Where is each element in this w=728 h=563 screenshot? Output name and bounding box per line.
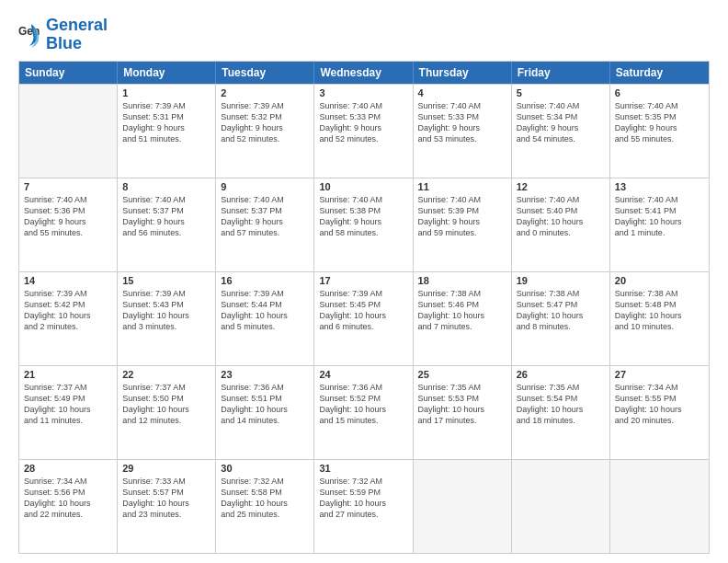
calendar-cell: 28Sunrise: 7:34 AM Sunset: 5:56 PM Dayli… [19, 460, 118, 553]
calendar-cell: 2Sunrise: 7:39 AM Sunset: 5:32 PM Daylig… [216, 85, 314, 178]
day-info: Sunrise: 7:39 AM Sunset: 5:45 PM Dayligh… [319, 288, 407, 333]
day-info: Sunrise: 7:40 AM Sunset: 5:35 PM Dayligh… [615, 100, 704, 145]
day-number: 9 [221, 181, 309, 192]
day-info: Sunrise: 7:35 AM Sunset: 5:54 PM Dayligh… [517, 382, 605, 427]
calendar-cell: 9Sunrise: 7:40 AM Sunset: 5:37 PM Daylig… [216, 178, 314, 271]
calendar-cell: 20Sunrise: 7:38 AM Sunset: 5:48 PM Dayli… [610, 272, 709, 365]
calendar-row: 14Sunrise: 7:39 AM Sunset: 5:42 PM Dayli… [19, 271, 709, 365]
day-info: Sunrise: 7:33 AM Sunset: 5:57 PM Dayligh… [122, 476, 210, 521]
day-number: 27 [615, 369, 704, 380]
day-info: Sunrise: 7:38 AM Sunset: 5:48 PM Dayligh… [615, 288, 704, 333]
day-info: Sunrise: 7:34 AM Sunset: 5:55 PM Dayligh… [615, 382, 704, 427]
day-number: 23 [221, 369, 309, 380]
weekday-header: Friday [512, 62, 610, 84]
calendar-cell: 12Sunrise: 7:40 AM Sunset: 5:40 PM Dayli… [512, 178, 610, 271]
calendar-cell: 31Sunrise: 7:32 AM Sunset: 5:59 PM Dayli… [314, 460, 413, 553]
day-number: 11 [418, 181, 506, 192]
day-number: 29 [122, 463, 210, 474]
calendar-row: 7Sunrise: 7:40 AM Sunset: 5:36 PM Daylig… [19, 178, 709, 271]
day-info: Sunrise: 7:40 AM Sunset: 5:40 PM Dayligh… [517, 194, 605, 239]
calendar-cell: 14Sunrise: 7:39 AM Sunset: 5:42 PM Dayli… [19, 272, 118, 365]
day-number: 6 [615, 87, 704, 98]
calendar-cell: 11Sunrise: 7:40 AM Sunset: 5:39 PM Dayli… [414, 178, 512, 271]
weekday-header: Monday [118, 62, 216, 84]
day-info: Sunrise: 7:37 AM Sunset: 5:50 PM Dayligh… [122, 382, 210, 427]
calendar-cell: 8Sunrise: 7:40 AM Sunset: 5:37 PM Daylig… [118, 178, 216, 271]
day-number: 25 [418, 369, 506, 380]
day-info: Sunrise: 7:40 AM Sunset: 5:33 PM Dayligh… [319, 100, 407, 145]
weekday-header: Thursday [414, 62, 512, 84]
weekday-header: Sunday [19, 62, 118, 84]
day-number: 7 [24, 181, 112, 192]
calendar-cell: 27Sunrise: 7:34 AM Sunset: 5:55 PM Dayli… [610, 366, 709, 459]
calendar-row: 28Sunrise: 7:34 AM Sunset: 5:56 PM Dayli… [19, 459, 709, 553]
calendar-cell [19, 85, 118, 178]
day-number: 20 [615, 275, 704, 286]
calendar-cell: 22Sunrise: 7:37 AM Sunset: 5:50 PM Dayli… [118, 366, 216, 459]
calendar: SundayMondayTuesdayWednesdayThursdayFrid… [18, 61, 710, 554]
calendar-cell: 25Sunrise: 7:35 AM Sunset: 5:53 PM Dayli… [414, 366, 512, 459]
calendar-row: 1Sunrise: 7:39 AM Sunset: 5:31 PM Daylig… [19, 84, 709, 178]
day-number: 10 [319, 181, 407, 192]
day-number: 19 [517, 275, 605, 286]
calendar-body: 1Sunrise: 7:39 AM Sunset: 5:31 PM Daylig… [19, 84, 709, 553]
day-info: Sunrise: 7:40 AM Sunset: 5:37 PM Dayligh… [221, 194, 309, 239]
calendar-cell: 4Sunrise: 7:40 AM Sunset: 5:33 PM Daylig… [414, 85, 512, 178]
calendar-cell [610, 460, 709, 553]
calendar-cell: 13Sunrise: 7:40 AM Sunset: 5:41 PM Dayli… [610, 178, 709, 271]
calendar-cell: 19Sunrise: 7:38 AM Sunset: 5:47 PM Dayli… [512, 272, 610, 365]
calendar-row: 21Sunrise: 7:37 AM Sunset: 5:49 PM Dayli… [19, 365, 709, 459]
day-info: Sunrise: 7:32 AM Sunset: 5:58 PM Dayligh… [221, 476, 309, 521]
day-info: Sunrise: 7:39 AM Sunset: 5:43 PM Dayligh… [122, 288, 210, 333]
weekday-header: Saturday [610, 62, 709, 84]
day-number: 14 [24, 275, 112, 286]
day-number: 4 [418, 87, 506, 98]
day-number: 16 [221, 275, 309, 286]
day-number: 3 [319, 87, 407, 98]
day-info: Sunrise: 7:40 AM Sunset: 5:38 PM Dayligh… [319, 194, 407, 239]
day-info: Sunrise: 7:36 AM Sunset: 5:51 PM Dayligh… [221, 382, 309, 427]
calendar-cell: 26Sunrise: 7:35 AM Sunset: 5:54 PM Dayli… [512, 366, 610, 459]
calendar-cell: 5Sunrise: 7:40 AM Sunset: 5:34 PM Daylig… [512, 85, 610, 178]
day-info: Sunrise: 7:35 AM Sunset: 5:53 PM Dayligh… [418, 382, 506, 427]
calendar-cell: 24Sunrise: 7:36 AM Sunset: 5:52 PM Dayli… [314, 366, 413, 459]
day-number: 17 [319, 275, 407, 286]
logo-icon: Gen [18, 22, 44, 48]
day-number: 26 [517, 369, 605, 380]
day-number: 21 [24, 369, 112, 380]
day-number: 30 [221, 463, 309, 474]
calendar-cell: 3Sunrise: 7:40 AM Sunset: 5:33 PM Daylig… [314, 85, 413, 178]
day-number: 1 [122, 87, 210, 98]
calendar-cell: 15Sunrise: 7:39 AM Sunset: 5:43 PM Dayli… [118, 272, 216, 365]
calendar-cell: 6Sunrise: 7:40 AM Sunset: 5:35 PM Daylig… [610, 85, 709, 178]
day-info: Sunrise: 7:40 AM Sunset: 5:33 PM Dayligh… [418, 100, 506, 145]
calendar-cell: 21Sunrise: 7:37 AM Sunset: 5:49 PM Dayli… [19, 366, 118, 459]
calendar-cell [414, 460, 512, 553]
day-number: 31 [319, 463, 407, 474]
day-number: 15 [122, 275, 210, 286]
day-info: Sunrise: 7:39 AM Sunset: 5:31 PM Dayligh… [122, 100, 210, 145]
logo: Gen GeneralBlue [18, 17, 108, 53]
calendar-cell: 23Sunrise: 7:36 AM Sunset: 5:51 PM Dayli… [216, 366, 314, 459]
calendar-cell: 17Sunrise: 7:39 AM Sunset: 5:45 PM Dayli… [314, 272, 413, 365]
day-info: Sunrise: 7:36 AM Sunset: 5:52 PM Dayligh… [319, 382, 407, 427]
header: Gen GeneralBlue [18, 17, 710, 53]
calendar-header: SundayMondayTuesdayWednesdayThursdayFrid… [19, 62, 709, 84]
day-info: Sunrise: 7:39 AM Sunset: 5:32 PM Dayligh… [221, 100, 309, 145]
day-number: 12 [517, 181, 605, 192]
logo-text: GeneralBlue [46, 17, 108, 53]
day-info: Sunrise: 7:40 AM Sunset: 5:34 PM Dayligh… [517, 100, 605, 145]
day-info: Sunrise: 7:38 AM Sunset: 5:46 PM Dayligh… [418, 288, 506, 333]
day-info: Sunrise: 7:37 AM Sunset: 5:49 PM Dayligh… [24, 382, 112, 427]
day-info: Sunrise: 7:40 AM Sunset: 5:41 PM Dayligh… [615, 194, 704, 239]
day-info: Sunrise: 7:40 AM Sunset: 5:37 PM Dayligh… [122, 194, 210, 239]
calendar-cell: 7Sunrise: 7:40 AM Sunset: 5:36 PM Daylig… [19, 178, 118, 271]
day-number: 8 [122, 181, 210, 192]
day-number: 28 [24, 463, 112, 474]
day-number: 24 [319, 369, 407, 380]
day-info: Sunrise: 7:39 AM Sunset: 5:42 PM Dayligh… [24, 288, 112, 333]
page: Gen GeneralBlue SundayMondayTuesdayWedne… [0, 0, 728, 563]
day-info: Sunrise: 7:38 AM Sunset: 5:47 PM Dayligh… [517, 288, 605, 333]
weekday-header: Wednesday [314, 62, 413, 84]
calendar-cell: 29Sunrise: 7:33 AM Sunset: 5:57 PM Dayli… [118, 460, 216, 553]
